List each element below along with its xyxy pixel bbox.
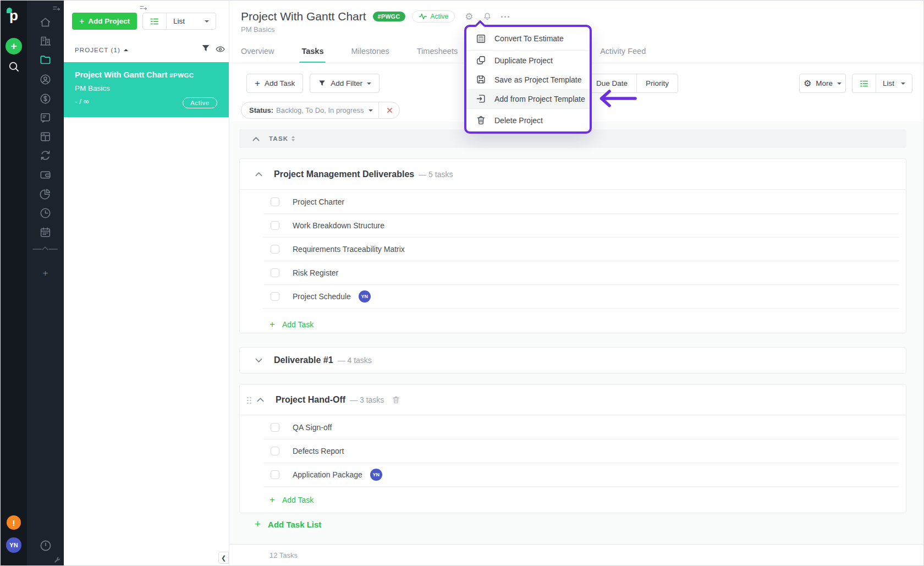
task-row[interactable]: Defects Report <box>240 439 906 463</box>
timer-status-icon[interactable] <box>39 539 52 552</box>
scheduling-calendar-icon[interactable] <box>39 226 52 239</box>
panel-view-selector[interactable]: List <box>142 13 216 30</box>
rail-add-icon[interactable]: + <box>27 268 64 279</box>
rail-section-divider[interactable] <box>32 245 58 251</box>
accounting-icon[interactable] <box>39 130 52 143</box>
reports-pie-icon[interactable] <box>39 188 52 200</box>
alert-badge[interactable]: ! <box>7 515 21 530</box>
more-options-icon[interactable] <box>501 16 509 18</box>
expand-rail-icon[interactable] <box>52 4 61 13</box>
task-view-dropdown[interactable]: List <box>876 74 912 92</box>
task-group-project-hand-off: Project Hand-Off — 3 tasks QA Sign-off D… <box>239 384 906 513</box>
project-card[interactable]: Project With Gantt Chart #PWGC PM Basics… <box>64 62 229 117</box>
add-task-link[interactable]: + Add Task <box>240 486 906 513</box>
task-label[interactable]: Defects Report <box>293 447 344 455</box>
panel-view-dropdown[interactable]: List <box>167 13 216 29</box>
projects-folder-icon[interactable] <box>39 53 52 66</box>
task-checkbox[interactable] <box>271 221 279 230</box>
tab-activity-feed[interactable]: Activity Feed <box>600 47 646 63</box>
sort-icon[interactable] <box>292 136 295 141</box>
remove-filter-icon[interactable] <box>380 107 399 113</box>
duplicate-icon <box>476 55 486 65</box>
task-group-header[interactable]: Project Hand-Off — 3 tasks <box>240 384 906 415</box>
project-status-badge[interactable]: Active <box>412 10 455 23</box>
menu-item-add-from-template[interactable]: Add from Project Template <box>466 89 590 108</box>
projects-section-header[interactable]: PROJECT (1) <box>75 47 128 53</box>
app-logo[interactable]: p <box>1 7 27 26</box>
task-view-selector[interactable]: List <box>852 74 912 93</box>
contacts-icon[interactable] <box>39 73 52 86</box>
global-add-button[interactable]: + <box>6 38 22 54</box>
recurring-icon[interactable] <box>39 149 52 162</box>
task-checkbox[interactable] <box>271 245 279 254</box>
assignee-avatar[interactable]: YN <box>370 469 382 481</box>
task-checkbox[interactable] <box>271 292 279 301</box>
task-row[interactable]: Risk Register <box>240 261 906 284</box>
invoices-icon[interactable] <box>39 111 52 124</box>
chevron-down-icon[interactable] <box>369 109 373 112</box>
task-label[interactable]: Work Breakdown Structure <box>293 221 384 230</box>
chevron-up-icon[interactable] <box>257 397 264 402</box>
home-icon[interactable] <box>39 16 52 29</box>
menu-item-duplicate-project[interactable]: Duplicate Project <box>466 51 590 70</box>
task-row[interactable]: Project Schedule YN <box>240 284 906 308</box>
task-checkbox[interactable] <box>271 423 279 432</box>
task-row[interactable]: Requirements Traceability Matrix <box>240 237 906 261</box>
list-view-icon[interactable] <box>143 13 167 29</box>
task-group-header[interactable]: Deliverable #1 — 4 tasks <box>240 348 906 373</box>
payments-wallet-icon[interactable] <box>39 168 52 181</box>
task-checkbox[interactable] <box>271 447 279 455</box>
add-task-link[interactable]: + Add Task <box>240 308 906 341</box>
tab-overview[interactable]: Overview <box>241 47 274 63</box>
plus-icon: + <box>270 319 275 330</box>
assignee-avatar[interactable]: YN <box>359 290 371 303</box>
project-settings-gear-icon[interactable]: ⚙ <box>465 12 473 21</box>
settings-wrench-icon[interactable] <box>53 556 61 564</box>
chevron-up-icon[interactable] <box>255 172 262 177</box>
time-clock-icon[interactable] <box>39 207 52 219</box>
task-label[interactable]: Project Charter <box>293 197 344 206</box>
user-avatar[interactable]: YN <box>6 537 21 553</box>
task-label[interactable]: QA Sign-off <box>293 423 332 432</box>
delete-group-trash-icon[interactable] <box>392 395 400 404</box>
task-group-header[interactable]: Project Management Deliverables — 5 task… <box>240 159 906 190</box>
chevron-down-icon[interactable] <box>255 358 262 363</box>
task-row[interactable]: Work Breakdown Structure <box>240 213 906 237</box>
menu-item-save-as-template[interactable]: Save as Project Template <box>466 70 590 89</box>
tab-timesheets[interactable]: Timesheets <box>417 47 458 63</box>
hide-panel-icon[interactable] <box>139 4 148 13</box>
add-filter-button[interactable]: Add Filter <box>310 74 380 93</box>
task-checkbox[interactable] <box>271 197 279 206</box>
task-label[interactable]: Requirements Traceability Matrix <box>293 245 405 254</box>
company-icon[interactable] <box>39 35 52 47</box>
task-row[interactable]: QA Sign-off <box>240 415 906 439</box>
menu-item-convert-to-estimate[interactable]: Convert To Estimate <box>466 27 590 50</box>
collapse-all-icon[interactable] <box>252 136 260 141</box>
task-label[interactable]: Risk Register <box>293 268 338 277</box>
task-row[interactable]: Project Charter <box>240 190 906 213</box>
project-client-subtitle: PM Basics <box>241 25 274 34</box>
eye-icon[interactable] <box>215 44 226 54</box>
priority-column-button[interactable]: Priority <box>636 74 678 92</box>
filter-funnel-icon[interactable] <box>201 43 211 53</box>
task-label[interactable]: Application Package <box>293 470 362 479</box>
list-view-icon[interactable] <box>853 74 876 92</box>
tab-tasks[interactable]: Tasks <box>301 47 323 63</box>
task-row[interactable]: Application Package YN <box>240 463 906 486</box>
add-project-button[interactable]: + Add Project <box>72 13 137 30</box>
search-icon[interactable] <box>7 60 20 73</box>
menu-item-delete-project[interactable]: Delete Project <box>466 109 590 131</box>
add-task-list-link[interactable]: + Add Task List <box>255 518 321 530</box>
task-column-label[interactable]: TASK <box>269 135 288 142</box>
collapse-panel-button[interactable]: ❮ <box>218 552 229 564</box>
task-checkbox[interactable] <box>271 268 279 277</box>
more-button[interactable]: ⚙ More <box>799 74 846 93</box>
task-checkbox[interactable] <box>271 470 279 479</box>
estimates-icon[interactable] <box>39 92 52 105</box>
drag-handle-icon[interactable] <box>246 397 252 404</box>
notifications-bell-icon[interactable] <box>482 12 492 21</box>
status-filter-chip[interactable]: Status: Backlog, To Do, In progress <box>241 102 400 119</box>
add-task-button[interactable]: + Add Task <box>246 74 303 93</box>
tab-milestones[interactable]: Milestones <box>351 47 389 63</box>
task-label[interactable]: Project Schedule <box>293 292 351 301</box>
